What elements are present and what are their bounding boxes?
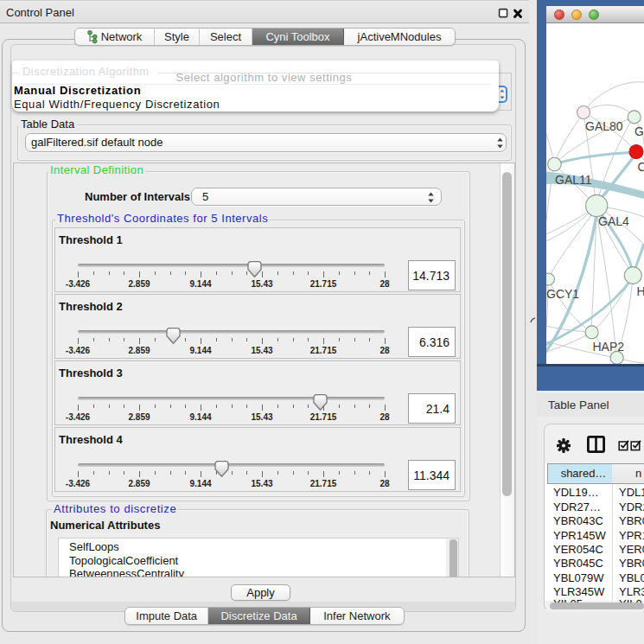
svg-text:HAP2: HAP2 bbox=[593, 340, 625, 354]
svg-text:GCY1: GCY1 bbox=[546, 287, 579, 301]
svg-text:H: H bbox=[637, 284, 644, 298]
svg-text:C: C bbox=[638, 160, 644, 174]
svg-text:GAL4: GAL4 bbox=[598, 214, 629, 228]
svg-text:GAL80: GAL80 bbox=[585, 119, 623, 133]
svg-text:GAL11: GAL11 bbox=[555, 173, 592, 187]
svg-text:G.: G. bbox=[634, 124, 644, 138]
